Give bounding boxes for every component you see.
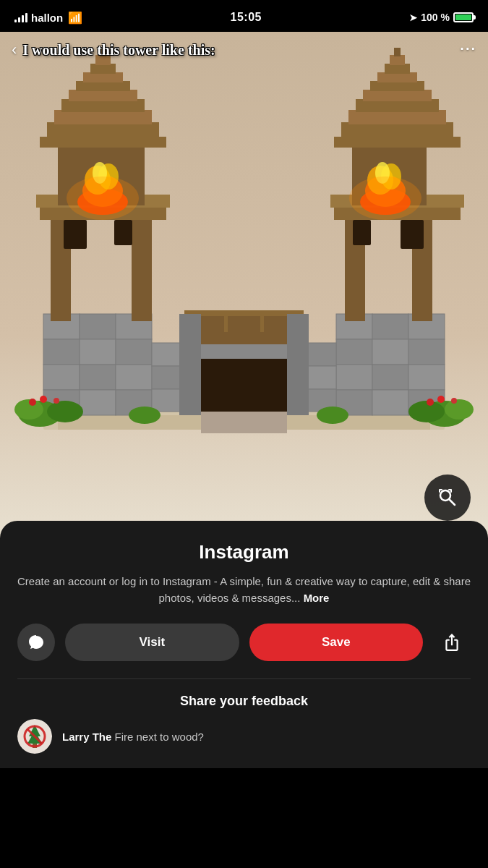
wifi-icon: 📶 [68, 11, 82, 25]
svg-rect-48 [408, 365, 445, 390]
svg-rect-46 [336, 365, 372, 390]
status-left: hallon 📶 [14, 11, 82, 25]
app-description: Create an account or log in to Instagram… [17, 574, 471, 606]
svg-rect-98 [179, 314, 201, 415]
user-avatar [17, 719, 52, 754]
svg-rect-73 [353, 220, 371, 245]
svg-rect-9 [116, 339, 152, 365]
carrier-label: hallon [31, 12, 63, 24]
svg-rect-58 [341, 122, 453, 138]
status-bar: hallon 📶 15:05 ➤ 100 % [0, 0, 488, 32]
svg-rect-10 [43, 365, 80, 390]
svg-point-103 [29, 399, 36, 406]
svg-rect-92 [184, 314, 304, 344]
commenter-name: Larry The [62, 731, 111, 743]
chat-button[interactable] [17, 624, 55, 661]
bottom-panel: Instagram Create an account or log in to… [0, 521, 488, 768]
svg-rect-8 [80, 339, 116, 365]
svg-rect-93 [184, 310, 304, 316]
svg-rect-7 [43, 339, 80, 365]
svg-rect-44 [372, 339, 408, 365]
svg-rect-91 [201, 412, 287, 433]
svg-rect-90 [188, 343, 300, 359]
svg-point-36 [67, 176, 139, 220]
svg-line-115 [449, 499, 455, 505]
post-caption: I would use this tower like this: [22, 41, 215, 59]
svg-rect-17 [132, 205, 152, 321]
svg-rect-43 [336, 339, 372, 365]
svg-rect-89 [188, 357, 300, 412]
visual-search-button[interactable] [424, 475, 471, 521]
svg-point-110 [437, 396, 445, 403]
lens-icon [436, 486, 459, 509]
svg-rect-22 [47, 122, 159, 138]
share-button[interactable] [433, 624, 471, 661]
svg-rect-37 [64, 220, 87, 249]
svg-rect-12 [116, 365, 152, 390]
time-display: 15:05 [231, 11, 262, 24]
battery-percent: 100 % [421, 12, 450, 23]
svg-rect-38 [114, 220, 132, 245]
header-left: ‹ I would use this tower like this: [12, 41, 215, 59]
svg-point-101 [47, 401, 83, 422]
feedback-comment: Larry The Fire next to wood? [62, 731, 204, 743]
svg-rect-99 [287, 314, 309, 415]
svg-rect-95 [224, 310, 228, 332]
feedback-item: Larry The Fire next to wood? [17, 719, 471, 754]
visit-button[interactable]: Visit [65, 624, 239, 661]
svg-point-111 [451, 398, 457, 404]
status-right: ➤ 100 % [409, 12, 474, 23]
battery-icon [453, 12, 474, 22]
app-name: Instagram [17, 541, 471, 563]
svg-rect-50 [372, 390, 408, 415]
location-icon: ➤ [409, 12, 417, 23]
svg-rect-62 [370, 81, 424, 91]
svg-point-108 [445, 399, 474, 420]
svg-point-72 [349, 176, 421, 220]
minecraft-scene [0, 32, 488, 538]
svg-rect-26 [76, 81, 130, 91]
svg-rect-21 [40, 137, 166, 148]
svg-rect-47 [372, 365, 408, 390]
more-link[interactable]: More [304, 592, 330, 604]
svg-point-102 [14, 399, 43, 420]
divider [17, 678, 471, 679]
svg-point-113 [317, 407, 348, 424]
svg-rect-61 [363, 90, 432, 101]
svg-rect-41 [372, 314, 408, 339]
svg-point-107 [408, 401, 445, 422]
svg-rect-5 [80, 314, 116, 339]
avatar-icon [17, 719, 52, 754]
back-button[interactable]: ‹ [12, 41, 17, 59]
more-options-button[interactable]: ··· [460, 41, 476, 57]
image-header: ‹ I would use this tower like this: ··· [0, 32, 488, 68]
svg-point-112 [129, 407, 160, 424]
image-area: ‹ I would use this tower like this: ··· [0, 32, 488, 538]
svg-rect-96 [260, 310, 264, 332]
svg-rect-11 [80, 365, 116, 390]
save-button[interactable]: Save [249, 624, 424, 661]
svg-rect-57 [334, 137, 461, 148]
svg-rect-25 [69, 90, 137, 101]
share-icon [442, 633, 461, 652]
svg-rect-63 [377, 72, 417, 82]
svg-point-109 [427, 399, 434, 406]
signal-icon [14, 12, 27, 22]
action-row: Visit Save [17, 624, 471, 661]
feedback-title: Share your feedback [17, 694, 471, 709]
chat-icon [27, 634, 45, 651]
svg-rect-14 [80, 390, 116, 415]
svg-point-105 [53, 398, 59, 404]
svg-rect-45 [408, 339, 445, 365]
svg-point-104 [40, 396, 47, 403]
svg-rect-27 [83, 72, 123, 82]
feedback-section: Share your feedback Larry The Fire next … [17, 694, 471, 754]
svg-rect-74 [401, 220, 424, 249]
